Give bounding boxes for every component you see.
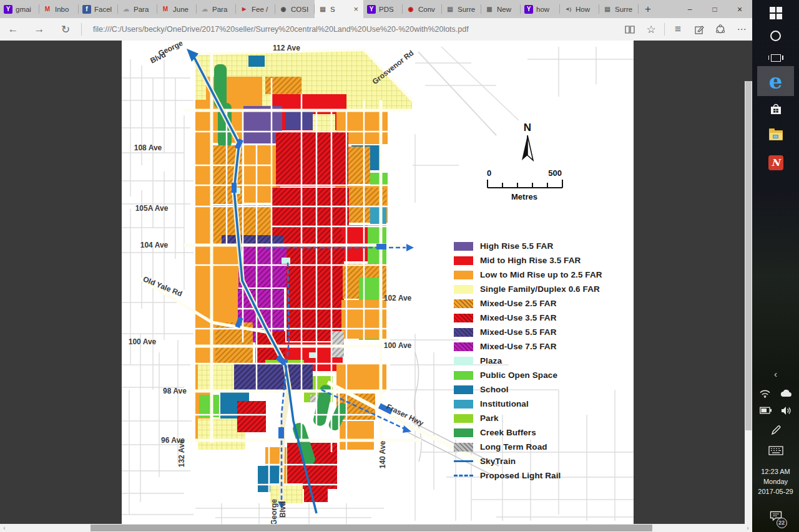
legend-swatch: [454, 385, 473, 394]
tab-conv[interactable]: ◉Conv: [403, 0, 442, 18]
screen: YgmaiMInbofFacel☁ParaMJune☁Para▶Fee /◉CO…: [0, 0, 799, 532]
hub-icon[interactable]: ≡: [667, 23, 689, 36]
volume-icon[interactable]: [781, 406, 792, 415]
vertical-scrollbar-thumb[interactable]: [745, 81, 752, 430]
tab-s[interactable]: ▤S×: [315, 0, 363, 18]
legend-item: Low to Mid Rise up to 2.5 FAR: [454, 268, 602, 282]
onedrive-cloud-icon[interactable]: [780, 389, 792, 397]
red-app-icon: N: [768, 155, 783, 170]
cloud-favicon-icon: ☁: [200, 5, 209, 14]
tabs: YgmaiMInbofFacel☁ParaMJune☁Para▶Fee /◉CO…: [0, 0, 639, 18]
legend-swatch: [454, 314, 473, 322]
scale-end: 500: [548, 168, 562, 178]
street-label: George: [270, 499, 278, 524]
file-explorer-button[interactable]: [752, 126, 799, 145]
cortana-button[interactable]: [752, 27, 799, 44]
tab-how[interactable]: Yhow: [521, 0, 560, 18]
window-controls: – □ ×: [677, 0, 752, 18]
legend-label: SkyTrain: [480, 457, 516, 466]
action-center-button[interactable]: 22: [752, 509, 799, 525]
tab-label: How: [576, 6, 596, 13]
taskbar-clock[interactable]: 12:23 AM Monday 2017-05-29: [752, 467, 799, 496]
tab-label: S: [330, 6, 349, 13]
street-label: 105A Ave: [135, 204, 169, 213]
legend-item: Plaza: [454, 354, 602, 368]
windows-ink-button[interactable]: [752, 424, 799, 437]
horizontal-scrollbar-thumb[interactable]: [91, 525, 652, 531]
wifi-icon[interactable]: [759, 389, 771, 398]
tab-surre[interactable]: ▤Surre: [599, 0, 639, 18]
tab-bar: YgmaiMInbofFacel☁ParaMJune☁Para▶Fee /◉CO…: [0, 0, 752, 18]
north-indicator: N: [487, 122, 568, 167]
minimize-button[interactable]: –: [677, 0, 702, 18]
tab-para[interactable]: ☁Para: [118, 0, 157, 18]
north-label: N: [487, 122, 568, 134]
tab-gmai[interactable]: Ygmai: [0, 0, 39, 18]
pdf-favicon-icon: ▤: [603, 5, 612, 14]
tab-label: Conv: [418, 6, 438, 13]
legend-label: Low to Mid Rise up to 2.5 FAR: [480, 270, 602, 279]
chevron-icon: ‹: [774, 369, 777, 379]
touch-keyboard-button[interactable]: [752, 444, 799, 457]
task-view-button[interactable]: [752, 50, 799, 66]
vertical-scrollbar[interactable]: ∨: [745, 81, 752, 524]
tab-inbo[interactable]: MInbo: [39, 0, 79, 18]
cloud-favicon-icon: ☁: [122, 5, 130, 14]
new-tab-button[interactable]: +: [639, 0, 657, 18]
maximize-button[interactable]: □: [702, 0, 727, 18]
legend-label: Mixed-Use 2.5 FAR: [480, 299, 557, 308]
tab-cosi[interactable]: ◉COSI: [275, 0, 315, 18]
start-button[interactable]: [752, 5, 799, 21]
scroll-right-arrow[interactable]: ›: [743, 524, 752, 532]
legend-swatch: [454, 285, 473, 294]
tab-pds[interactable]: YPDS: [363, 0, 403, 18]
windows-taskbar: e N ‹: [752, 0, 799, 532]
refresh-icon[interactable]: ↻: [52, 23, 79, 36]
legend-swatch: [454, 443, 473, 452]
back-icon[interactable]: ←: [0, 23, 26, 36]
pdf-page-surrey-land-use-map[interactable]: GeorgeBlvd112 AveGrosvenor Rd108 Ave105A…: [122, 41, 634, 524]
battery-icon[interactable]: [760, 407, 772, 414]
tab-new[interactable]: ▦New: [481, 0, 521, 18]
tab-june[interactable]: MJune: [157, 0, 197, 18]
pinned-app-button[interactable]: N: [752, 153, 799, 172]
close-window-button[interactable]: ×: [727, 0, 752, 18]
gmail-favicon-icon: M: [161, 5, 170, 14]
tab-facel[interactable]: fFacel: [79, 0, 118, 18]
scale-start: 0: [487, 168, 491, 178]
pdf-favicon-icon: ▤: [318, 5, 327, 14]
window-favicon-icon: ▦: [485, 5, 494, 14]
clock-date: 2017-05-29: [752, 486, 799, 496]
share-icon[interactable]: [710, 24, 731, 34]
tab-label: Facel: [94, 6, 114, 13]
legend-label: School: [480, 385, 509, 394]
edge-taskbar-button[interactable]: e: [752, 67, 799, 95]
address-actions: ☆ ≡ ⋯: [619, 23, 752, 36]
tab-para[interactable]: ☁Para: [197, 0, 236, 18]
legend-item: Public Open Space: [454, 368, 602, 382]
hidden-icons-button[interactable]: ‹: [752, 368, 799, 379]
web-note-icon[interactable]: [689, 25, 710, 34]
tab-how[interactable]: ◄)How: [560, 0, 599, 18]
url-field[interactable]: file:///C:/Users/becky/OneDrive/2017%20s…: [84, 25, 619, 34]
scale-unit: Metres: [487, 192, 562, 201]
legend-label: Institutional: [480, 399, 529, 409]
store-taskbar-button[interactable]: [752, 100, 799, 118]
reading-view-icon[interactable]: [619, 26, 640, 34]
north-arrow-icon: [517, 134, 538, 164]
legend-label: Long Term Road: [480, 442, 547, 452]
yahoo-favicon-icon: Y: [4, 5, 12, 14]
legend-swatch: [454, 357, 473, 365]
legend-item: Long Term Road: [454, 440, 602, 454]
cortana-circle-icon: [770, 31, 781, 41]
legend-label: Mixed-Use 3.5 FAR: [480, 313, 557, 322]
tab-fee-[interactable]: ▶Fee /: [236, 0, 275, 18]
scroll-left-arrow[interactable]: ‹: [0, 524, 9, 532]
forward-icon[interactable]: →: [26, 23, 52, 36]
favorites-star-icon[interactable]: ☆: [640, 23, 662, 36]
horizontal-scrollbar[interactable]: ‹ ›: [0, 524, 752, 532]
legend-label: Park: [480, 414, 499, 423]
more-options-icon[interactable]: ⋯: [731, 24, 752, 35]
tab-surre[interactable]: ▤Surre: [442, 0, 481, 18]
tab-close-icon[interactable]: ×: [352, 4, 360, 14]
